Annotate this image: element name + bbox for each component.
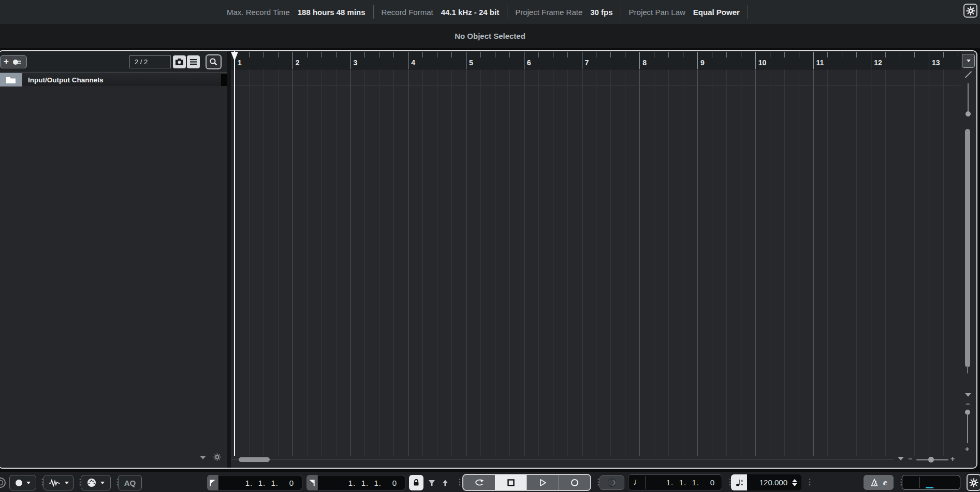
ruler-options-button[interactable]	[962, 54, 975, 68]
retrospective-record-button[interactable]	[599, 475, 624, 490]
punch-lock-button[interactable]	[409, 475, 423, 490]
v-zoom-preset-arrow-icon[interactable]	[965, 393, 971, 397]
track-visibility-count[interactable]: 2 / 2	[129, 55, 171, 68]
secondary-time-display[interactable]: ♩ 1. 1. 1. 0	[628, 474, 722, 490]
chevron-down-icon	[967, 60, 971, 62]
grid-beat-line	[625, 69, 625, 456]
pan-law-value[interactable]: Equal Power	[693, 8, 740, 17]
horizontal-scrollbar-thumb[interactable]	[239, 457, 270, 462]
grid-beat-line	[900, 69, 900, 456]
toolbar-setup-button[interactable]	[963, 4, 977, 18]
audio-record-mode-button[interactable]	[43, 475, 74, 490]
tempo-value[interactable]: 120.000	[759, 478, 787, 487]
grid-beat-line	[654, 69, 654, 456]
record-button[interactable]	[559, 475, 591, 490]
grid-beat-line	[799, 69, 799, 456]
playhead-handle[interactable]	[231, 52, 239, 62]
midi-record-mode-button[interactable]	[81, 475, 111, 490]
grid-beat-line	[958, 69, 958, 456]
record-icon	[570, 478, 579, 487]
chevron-down-icon	[100, 482, 105, 484]
ruler-bar-number: 4	[411, 59, 415, 67]
chevron-down-icon[interactable]	[200, 456, 206, 459]
left-locator-display[interactable]: 1. 1. 1. 0	[218, 475, 302, 490]
grid-bar-line	[755, 69, 756, 456]
right-locator-display[interactable]: 1. 1. 1. 0	[317, 475, 405, 490]
zoom-preset-arrow-icon[interactable]	[898, 457, 904, 460]
common-record-mode-button[interactable]	[9, 475, 36, 490]
ruler-beat-tick	[827, 52, 828, 57]
metronome-icon[interactable]	[870, 479, 879, 487]
goto-left-locator-button[interactable]	[207, 475, 218, 490]
spinner-up-icon[interactable]	[792, 479, 797, 482]
track-list-options-button[interactable]	[187, 55, 200, 68]
meter-activity-indicator	[926, 487, 933, 489]
ruler-beat-tick	[943, 52, 944, 57]
stop-button[interactable]	[495, 475, 527, 490]
frame-rate-value[interactable]: 30 fps	[590, 8, 612, 17]
info-line: No Object Selected	[0, 24, 980, 48]
punch-in-button[interactable]	[426, 476, 438, 489]
auto-quantize-button[interactable]: AQ	[118, 475, 142, 490]
vertical-scrollbar-thumb[interactable]	[965, 129, 970, 367]
clipped-transport-icon[interactable]	[0, 477, 6, 488]
playhead-cursor[interactable]	[234, 51, 235, 456]
h-zoom-out-button[interactable]: −	[908, 455, 912, 463]
grid-bar-line	[582, 69, 582, 456]
tempo-spinner[interactable]	[792, 479, 797, 486]
find-track-button[interactable]	[206, 54, 222, 69]
audio-performance-meter[interactable]	[902, 475, 960, 490]
grid-beat-line	[307, 69, 308, 456]
v-zoom-out-button[interactable]: −	[966, 400, 970, 408]
spinner-down-icon[interactable]	[792, 483, 797, 486]
track-list-settings-gear-icon[interactable]	[213, 453, 221, 463]
add-track-button[interactable]: +	[4, 57, 9, 66]
max-record-time-value[interactable]: 188 hours 48 mins	[298, 8, 365, 17]
add-track-group[interactable]: +	[0, 55, 27, 68]
grid-beat-line	[364, 69, 365, 456]
waveform-zoom-slider-track[interactable]	[968, 83, 969, 113]
ruler-bar-tick	[929, 52, 929, 69]
ruler-bar-tick	[813, 52, 814, 69]
track-color-strip[interactable]	[0, 73, 22, 86]
grid-bar-line	[929, 69, 929, 456]
tempo-display[interactable]: 120.000	[747, 474, 801, 490]
cycle-button[interactable]	[463, 475, 495, 490]
metronome-setup-button[interactable]: e	[883, 477, 887, 488]
h-zoom-in-button[interactable]: +	[950, 455, 955, 463]
ruler-bar-tick	[466, 52, 466, 69]
track-row-input-output[interactable]: Input/Output Channels	[0, 73, 227, 86]
play-button[interactable]	[526, 475, 559, 490]
goto-right-locator-button[interactable]	[306, 475, 317, 490]
grid-beat-line	[336, 69, 337, 456]
ruler-bar-number: 13	[932, 59, 940, 67]
cycle-loop-icon	[474, 478, 485, 487]
use-track-preset-icon[interactable]	[12, 58, 21, 66]
zoom-tool-icon[interactable]	[965, 71, 972, 78]
record-format-value[interactable]: 44.1 kHz - 24 bit	[441, 8, 500, 17]
horizontal-scrollbar-track[interactable]	[231, 459, 894, 460]
panel-splitter[interactable]	[227, 51, 231, 469]
grid-beat-line	[712, 69, 712, 456]
v-zoom-in-button[interactable]: +	[965, 445, 969, 453]
h-zoom-slider-knob[interactable]	[928, 457, 934, 462]
arrangement-area[interactable]: 12345678910111213 − +	[231, 51, 961, 469]
waveform-zoom-slider-knob[interactable]	[966, 111, 971, 117]
camera-icon	[175, 58, 184, 66]
track-list[interactable]	[0, 71, 227, 469]
ruler-beat-tick	[668, 52, 669, 57]
v-zoom-slider-track[interactable]	[967, 413, 968, 443]
punch-out-icon	[441, 479, 449, 487]
punch-out-button[interactable]	[439, 476, 451, 489]
grid-bar-line	[408, 69, 408, 456]
ruler-bar-number: 3	[354, 59, 358, 67]
separator-dots[interactable]: ⋮	[806, 478, 814, 486]
visibility-agents-button[interactable]	[173, 55, 186, 68]
folder-icon	[6, 76, 16, 84]
transport-setup-button[interactable]	[967, 474, 980, 491]
list-icon	[189, 59, 197, 65]
ruler-beat-tick	[321, 52, 322, 57]
grid-beat-line	[278, 69, 279, 456]
frame-rate-label: Project Frame Rate	[515, 8, 582, 17]
tempo-track-toggle-button[interactable]	[731, 474, 747, 490]
